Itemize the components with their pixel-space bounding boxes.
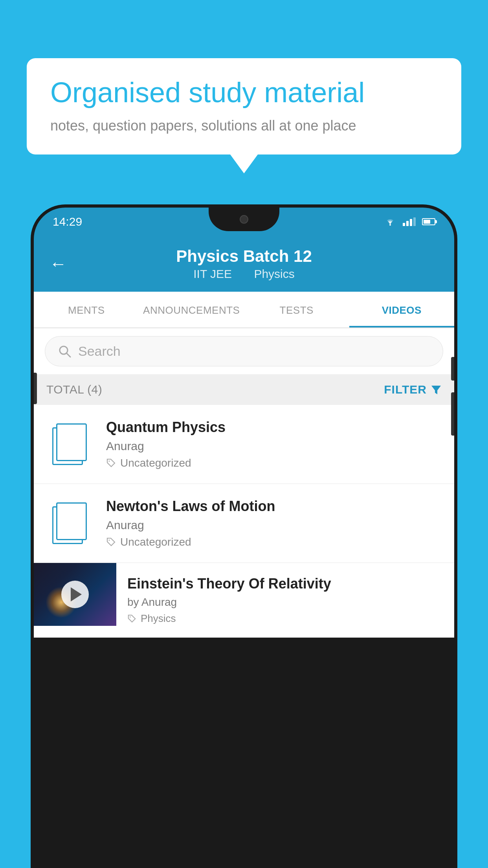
status-icons xyxy=(384,217,435,226)
item-author: by Anurag xyxy=(127,596,443,609)
wifi-icon xyxy=(384,217,396,226)
item-title: Einstein's Theory Of Relativity xyxy=(127,576,443,592)
app-header: ← Physics Batch 12 IIT JEE Physics xyxy=(34,236,454,292)
side-button-right-volume-up xyxy=(451,357,454,381)
search-bar[interactable]: Search xyxy=(45,336,443,366)
header-subtitle-part1: IIT JEE xyxy=(193,267,232,280)
item-info-einstein: Einstein's Theory Of Relativity by Anura… xyxy=(116,563,454,637)
side-button-left xyxy=(34,373,37,404)
filter-button[interactable]: FILTER xyxy=(384,383,442,396)
tab-videos[interactable]: VIDEOS xyxy=(349,292,455,327)
svg-point-4 xyxy=(109,461,110,462)
item-info-newton: Newton's Laws of Motion Anurag Uncategor… xyxy=(106,498,442,548)
header-title: Physics Batch 12 xyxy=(78,247,410,266)
tab-announcements[interactable]: ANNOUNCEMENTS xyxy=(139,292,244,327)
document-icon xyxy=(52,423,88,465)
tabs-bar: MENTS ANNOUNCEMENTS TESTS VIDEOS xyxy=(34,292,454,328)
side-button-right-volume-down xyxy=(451,392,454,436)
document-icon xyxy=(52,502,88,544)
speech-bubble: Organised study material notes, question… xyxy=(27,58,461,154)
item-thumbnail-quantum xyxy=(46,421,94,468)
speech-bubble-heading: Organised study material xyxy=(50,77,438,108)
header-title-group: Physics Batch 12 IIT JEE Physics xyxy=(78,247,410,281)
tab-tests[interactable]: TESTS xyxy=(244,292,349,327)
tag-icon xyxy=(127,614,137,623)
list-item[interactable]: Newton's Laws of Motion Anurag Uncategor… xyxy=(34,484,454,563)
back-button[interactable]: ← xyxy=(50,254,67,274)
signal-icon xyxy=(403,217,416,226)
speech-bubble-subtext: notes, question papers, solutions all at… xyxy=(50,118,438,134)
filter-bar: TOTAL (4) FILTER xyxy=(34,374,454,405)
play-triangle-icon xyxy=(71,587,82,601)
item-thumbnail-newton xyxy=(46,500,94,547)
header-subtitle: IIT JEE Physics xyxy=(78,267,410,281)
item-tag: Uncategorized xyxy=(106,536,442,548)
header-subtitle-part2: Physics xyxy=(254,267,294,280)
tag-icon xyxy=(106,537,116,547)
search-placeholder: Search xyxy=(78,344,121,359)
battery-icon xyxy=(422,218,435,225)
video-list: Quantum Physics Anurag Uncategorized xyxy=(34,405,454,638)
svg-point-6 xyxy=(130,616,131,618)
notch xyxy=(209,208,279,231)
status-time: 14:29 xyxy=(53,215,82,228)
tab-ments[interactable]: MENTS xyxy=(34,292,139,327)
item-tag: Physics xyxy=(127,612,443,625)
item-tag: Uncategorized xyxy=(106,457,442,469)
svg-line-2 xyxy=(66,353,70,357)
item-thumbnail-einstein xyxy=(34,563,116,626)
item-title: Newton's Laws of Motion xyxy=(106,498,442,515)
list-item[interactable]: Quantum Physics Anurag Uncategorized xyxy=(34,405,454,484)
content-area: Search TOTAL (4) FILTER xyxy=(34,328,454,638)
search-bar-container: Search xyxy=(34,328,454,374)
list-item[interactable]: Einstein's Theory Of Relativity by Anura… xyxy=(34,563,454,638)
phone-inner: 14:29 xyxy=(34,208,454,868)
phone-frame: 14:29 xyxy=(31,204,457,868)
camera-dot xyxy=(240,215,248,224)
play-button[interactable] xyxy=(61,581,89,608)
item-info-quantum: Quantum Physics Anurag Uncategorized xyxy=(106,419,442,469)
status-bar: 14:29 xyxy=(34,208,454,236)
svg-marker-3 xyxy=(431,386,441,394)
filter-icon xyxy=(431,384,442,395)
item-title: Quantum Physics xyxy=(106,419,442,436)
tag-icon xyxy=(106,458,116,468)
speech-bubble-container: Organised study material notes, question… xyxy=(27,58,461,154)
svg-point-0 xyxy=(389,224,391,226)
item-author: Anurag xyxy=(106,519,442,532)
item-author: Anurag xyxy=(106,440,442,453)
total-count: TOTAL (4) xyxy=(46,383,102,396)
search-icon xyxy=(58,344,72,359)
svg-point-5 xyxy=(109,540,110,541)
